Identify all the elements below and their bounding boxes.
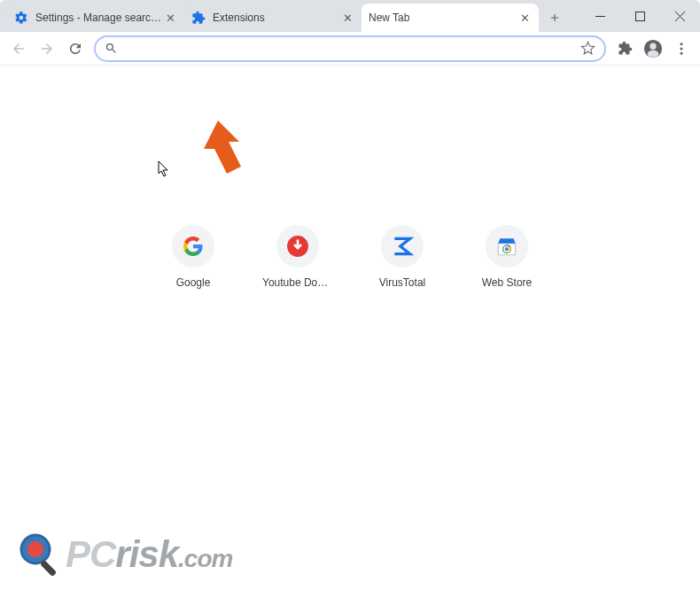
minimize-button[interactable] xyxy=(580,0,620,32)
profile-avatar-icon[interactable] xyxy=(640,35,666,62)
tab-settings[interactable]: Settings - Manage search engin ✕ xyxy=(7,4,184,32)
svg-point-12 xyxy=(27,541,43,557)
annotation-arrow-icon xyxy=(197,120,250,182)
svg-point-6 xyxy=(681,51,683,54)
omnibox-input[interactable] xyxy=(125,42,580,56)
tab-extensions[interactable]: Extensions ✕ xyxy=(184,4,362,32)
shortcut-virustotal[interactable]: VirusTotal xyxy=(367,225,438,289)
extensions-icon[interactable] xyxy=(611,35,638,62)
watermark-text: P xyxy=(66,533,89,575)
watermark-logo: PCrisk.com xyxy=(16,530,232,579)
shortcut-label: Youtube Dow... xyxy=(262,276,333,289)
virustotal-icon xyxy=(381,225,424,268)
close-icon[interactable]: ✕ xyxy=(517,11,532,25)
tab-new-tab[interactable]: New Tab ✕ xyxy=(362,4,539,32)
watermark-text: .com xyxy=(178,545,232,572)
tab-label: Extensions xyxy=(213,12,340,24)
extension-puzzle-icon xyxy=(191,11,206,25)
svg-point-10 xyxy=(505,247,509,251)
magnifier-icon xyxy=(16,530,66,579)
bookmark-star-icon[interactable] xyxy=(580,41,595,56)
shortcut-label: Google xyxy=(176,276,211,289)
search-icon xyxy=(105,42,118,55)
shortcut-google[interactable]: Google xyxy=(158,225,229,289)
window-controls xyxy=(580,0,700,32)
new-tab-button[interactable] xyxy=(542,5,567,30)
back-button[interactable] xyxy=(5,35,32,62)
download-icon xyxy=(276,225,319,268)
shortcut-web-store[interactable]: Web Store xyxy=(471,225,542,289)
menu-dots-icon[interactable] xyxy=(668,35,695,62)
close-window-button[interactable] xyxy=(660,0,700,32)
title-bar: Settings - Manage search engin ✕ Extensi… xyxy=(0,0,700,32)
shortcut-youtube-downloader[interactable]: Youtube Dow... xyxy=(262,225,333,289)
cursor-icon xyxy=(158,160,170,182)
toolbar xyxy=(0,32,700,66)
forward-button[interactable] xyxy=(34,35,60,62)
reload-button[interactable] xyxy=(62,35,89,62)
svg-rect-1 xyxy=(636,12,645,20)
close-icon[interactable]: ✕ xyxy=(163,11,177,25)
address-bar[interactable] xyxy=(94,35,606,62)
maximize-button[interactable] xyxy=(620,0,660,32)
watermark-text: C xyxy=(89,533,115,575)
page-content: Google Youtube Dow... VirusTotal xyxy=(0,66,700,590)
shortcut-grid: Google Youtube Dow... VirusTotal xyxy=(158,225,542,289)
svg-point-3 xyxy=(649,43,656,49)
tab-label: Settings - Manage search engin xyxy=(35,12,163,24)
close-icon[interactable]: ✕ xyxy=(340,11,354,25)
svg-rect-13 xyxy=(40,560,57,577)
watermark-text: risk xyxy=(115,533,178,575)
svg-point-4 xyxy=(681,43,683,45)
webstore-icon xyxy=(486,225,528,268)
svg-point-5 xyxy=(681,47,683,50)
tab-label: New Tab xyxy=(369,12,517,24)
svg-rect-0 xyxy=(595,16,605,17)
settings-gear-icon xyxy=(14,11,28,25)
shortcut-label: VirusTotal xyxy=(379,276,425,289)
shortcut-label: Web Store xyxy=(482,276,532,289)
tab-strip: Settings - Manage search engin ✕ Extensi… xyxy=(0,0,567,32)
google-icon xyxy=(172,225,214,268)
